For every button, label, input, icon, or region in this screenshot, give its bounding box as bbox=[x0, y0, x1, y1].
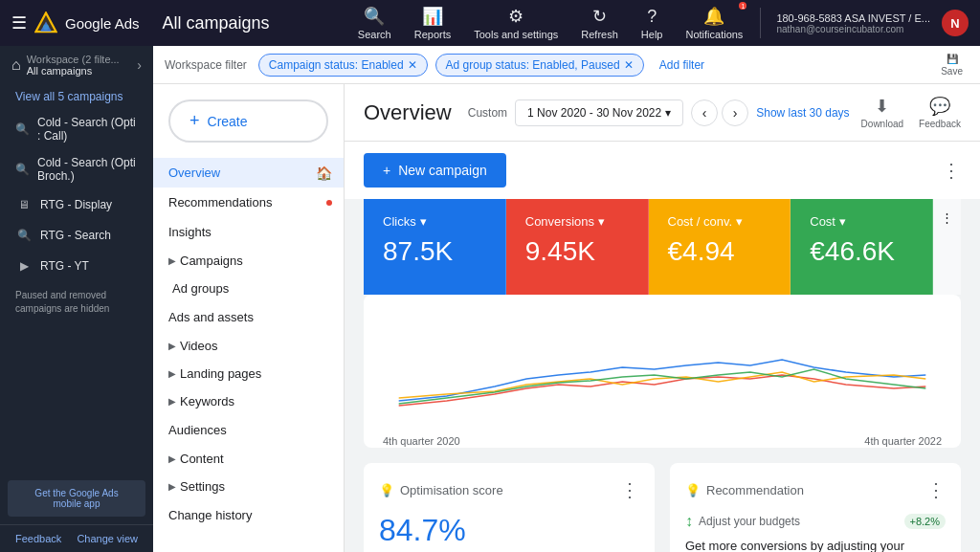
display-icon: 🖥 bbox=[15, 196, 33, 213]
app-name: Google Ads bbox=[65, 15, 140, 32]
clicks-dropdown-icon[interactable]: ▾ bbox=[420, 214, 427, 229]
lightbulb-icon: 💡 bbox=[379, 483, 394, 497]
metrics-row: Clicks ▾ 87.5K Conversions ▾ 9.45K bbox=[364, 199, 961, 295]
nav-insights[interactable]: Insights bbox=[153, 217, 344, 247]
view-all-campaigns[interactable]: View all 5 campaigns bbox=[0, 84, 153, 109]
cost-conv-value: €4.94 bbox=[668, 236, 771, 267]
hamburger-icon[interactable]: ☰ bbox=[11, 12, 27, 33]
search-nav-btn[interactable]: 🔍 Search bbox=[348, 2, 401, 44]
ad-group-status-label: Ad group status: Enabled, Paused bbox=[446, 58, 620, 72]
create-button[interactable]: + Create bbox=[168, 99, 328, 143]
ad-group-status-filter[interactable]: Ad group status: Enabled, Paused ✕ bbox=[435, 54, 644, 77]
add-filter-btn[interactable]: Add filter bbox=[652, 55, 712, 76]
recommendations-label: Recommendations bbox=[168, 195, 272, 210]
nav-keywords[interactable]: ▶ Keywords bbox=[153, 387, 344, 415]
help-nav-btn[interactable]: ? Help bbox=[632, 3, 673, 44]
change-view-footer-btn[interactable]: Change view bbox=[77, 533, 138, 544]
conversions-text: Conversions bbox=[525, 214, 594, 229]
nav-landing-pages[interactable]: ▶ Landing pages bbox=[153, 360, 344, 387]
date-prev-btn[interactable]: ‹ bbox=[691, 99, 718, 126]
nav-campaigns[interactable]: ▶ Campaigns bbox=[153, 247, 344, 275]
sidebar-item-rtg-yt[interactable]: ▶ RTG - YT bbox=[0, 251, 153, 281]
cost-conv-label: Cost / conv. ▾ bbox=[668, 214, 771, 229]
get-app-banner[interactable]: Get the Google Ads mobile app bbox=[8, 480, 145, 517]
navbar-actions: 🔍 Search 📊 Reports ⚙ Tools and settings … bbox=[348, 2, 969, 44]
chevron-settings-icon: ▶ bbox=[168, 481, 176, 492]
opt-score-header: 💡 Optimisation score ⋮ bbox=[379, 478, 639, 501]
bottom-cards: 💡 Optimisation score ⋮ 84.7% Your optimi… bbox=[364, 463, 961, 552]
nav-audiences[interactable]: Audiences bbox=[153, 415, 344, 445]
sidebar-collapse-icon[interactable]: › bbox=[137, 57, 142, 73]
date-range-selector: Custom 1 Nov 2020 - 30 Nov 2022 ▾ ‹ › Sh… bbox=[468, 99, 850, 126]
cost-dropdown-icon[interactable]: ▾ bbox=[839, 214, 846, 229]
nav-overview[interactable]: Overview 🏠 bbox=[153, 158, 344, 188]
nav-divider bbox=[760, 8, 761, 38]
sidebar-item-label: Cold - Search (Opti : Call) bbox=[37, 116, 138, 143]
show-last-30-btn[interactable]: Show last 30 days bbox=[756, 106, 849, 120]
sidebar-item-label5: RTG - YT bbox=[40, 259, 89, 273]
metrics-more-btn[interactable]: ⋮ bbox=[933, 199, 961, 295]
sidebar-item-rtg-search[interactable]: 🔍 RTG - Search bbox=[0, 220, 153, 251]
refresh-nav-btn[interactable]: ↻ Refresh bbox=[571, 2, 628, 44]
date-custom-label: Custom bbox=[468, 106, 507, 120]
cost-text: Cost bbox=[810, 214, 835, 229]
campaigns-label: Campaigns bbox=[180, 254, 243, 268]
nav-videos[interactable]: ▶ Videos bbox=[153, 332, 344, 360]
feedback-btn[interactable]: 💬 Feedback bbox=[919, 96, 961, 129]
overview-title: Overview bbox=[364, 100, 457, 125]
campaign-status-label: Campaign status: Enabled bbox=[269, 58, 404, 72]
nav-change-history[interactable]: Change history bbox=[153, 500, 344, 530]
filter-close-icon[interactable]: ✕ bbox=[408, 58, 417, 72]
metric-conversions: Conversions ▾ 9.45K bbox=[506, 199, 649, 295]
campaign-toolbar: + New campaign ⋮ bbox=[345, 142, 980, 199]
avatar[interactable]: N bbox=[942, 10, 969, 36]
insights-label: Insights bbox=[168, 225, 212, 239]
nav-settings[interactable]: ▶ Settings bbox=[153, 473, 344, 500]
workspace-label: Workspace (2 filte... bbox=[27, 54, 120, 65]
sidebar-item-rtg-display[interactable]: 🖥 RTG - Display bbox=[0, 189, 153, 220]
conversions-dropdown-icon[interactable]: ▾ bbox=[598, 214, 605, 229]
page-title: All campaigns bbox=[163, 13, 341, 33]
chevron-landing-icon: ▶ bbox=[168, 368, 176, 379]
sidebar-item-cold-search-call[interactable]: 🔍 Cold - Search (Opti : Call) bbox=[0, 109, 153, 149]
save-button[interactable]: 💾 Save bbox=[935, 52, 969, 78]
tools-nav-btn[interactable]: ⚙ Tools and settings bbox=[464, 2, 568, 44]
campaign-more-btn[interactable]: ⋮ bbox=[942, 159, 961, 182]
account-id: 180-968-5883 ASA INVEST / E... bbox=[776, 12, 930, 24]
paused-note: Paused and removed campaigns are hidden bbox=[0, 281, 153, 323]
sidebar-item-cold-search-broch[interactable]: 🔍 Cold - Search (Opti Broch.) bbox=[0, 149, 153, 189]
date-next-btn[interactable]: › bbox=[722, 99, 748, 126]
new-campaign-btn[interactable]: + New campaign bbox=[364, 153, 506, 188]
nav-recommendations[interactable]: Recommendations bbox=[153, 188, 344, 217]
chart-labels: 4th quarter 2020 4th quarter 2022 bbox=[383, 435, 942, 447]
cost-conv-text: Cost / conv. bbox=[668, 214, 733, 229]
nav-content[interactable]: ▶ Content bbox=[153, 445, 344, 473]
home-icon: ⌂ bbox=[11, 56, 21, 74]
campaign-status-filter[interactable]: Campaign status: Enabled ✕ bbox=[258, 54, 428, 77]
date-range-btn[interactable]: 1 Nov 2020 - 30 Nov 2022 ▾ bbox=[515, 99, 683, 126]
left-navigation: + Create Overview 🏠 Recommendations Insi… bbox=[153, 84, 345, 552]
cost-conv-dropdown-icon[interactable]: ▾ bbox=[736, 214, 743, 229]
download-btn[interactable]: ⬇ Download bbox=[861, 96, 903, 129]
metrics-section: Clicks ▾ 87.5K Conversions ▾ 9.45K bbox=[364, 199, 961, 295]
nav-ads-assets[interactable]: Ads and assets bbox=[153, 302, 344, 332]
account-info: 180-968-5883 ASA INVEST / E... nathan@co… bbox=[768, 9, 938, 38]
rec-more-btn[interactable]: ⋮ bbox=[926, 478, 946, 501]
rec-title: Recommendation bbox=[706, 483, 804, 497]
adjust-icon: ↕ bbox=[685, 513, 693, 530]
download-label: Download bbox=[861, 119, 903, 129]
search-icon: 🔍 bbox=[364, 6, 385, 27]
sidebar-item-label3: RTG - Display bbox=[40, 198, 112, 211]
feedback-footer-btn[interactable]: Feedback bbox=[15, 533, 61, 544]
reports-nav-btn[interactable]: 📊 Reports bbox=[405, 2, 461, 44]
search-small-icon2: 🔍 bbox=[15, 161, 30, 178]
filter-close-icon2[interactable]: ✕ bbox=[624, 58, 634, 72]
opt-score-title: Optimisation score bbox=[400, 483, 503, 497]
nav-ad-groups[interactable]: Ad groups bbox=[153, 275, 344, 302]
clicks-text: Clicks bbox=[383, 214, 416, 229]
plus-icon: + bbox=[189, 111, 200, 131]
notifications-nav-btn[interactable]: 🔔 1 Notifications bbox=[676, 2, 752, 44]
chevron-campaigns-icon: ▶ bbox=[168, 255, 176, 266]
opt-score-more-btn[interactable]: ⋮ bbox=[620, 478, 639, 501]
help-icon: ? bbox=[647, 7, 657, 27]
